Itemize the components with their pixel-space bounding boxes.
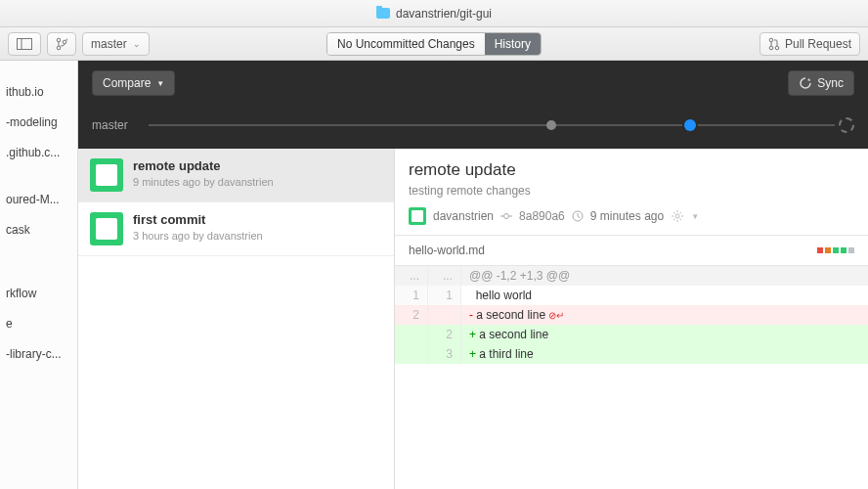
diff-file-header[interactable]: hello-world.md [395,236,868,266]
commit-meta: 9 minutes ago by davanstrien [133,176,274,188]
chevron-down-icon: ⌄ [133,39,141,49]
branch-selector[interactable]: master ⌄ [82,32,150,56]
commit-meta: 3 hours ago by davanstrien [133,230,263,242]
commit-item[interactable]: remote update 9 minutes ago by davanstri… [78,149,394,202]
timeline-endcap-icon [839,117,854,133]
commit-title: first commit [133,212,263,227]
tab-changes[interactable]: No Uncommitted Changes [327,33,485,55]
detail-description: testing remote changes [409,184,854,198]
commit-list: remote update 9 minutes ago by davanstri… [78,149,395,489]
folder-icon [376,8,390,19]
diff-line: 3a third line [395,344,868,364]
detail-sha: 8a890a6 [519,209,565,223]
sidebar-repo-item[interactable] [0,168,77,185]
sidebar-repo-item[interactable]: -library-c... [0,339,77,370]
detail-author: davanstrien [433,209,494,223]
compare-bar: Compare▼ Sync [78,61,868,106]
branch-name: master [91,37,127,51]
sidebar-repo-item[interactable] [0,370,77,386]
window-title: davanstrien/git-gui [396,7,492,21]
svg-point-2 [57,38,61,42]
sidebar-repo-item[interactable]: oured-M... [0,185,77,215]
sidebar-repo-item[interactable]: cask [0,215,77,245]
clock-icon [572,210,584,222]
commit-item[interactable]: first commit 3 hours ago by davanstrien [78,202,394,256]
avatar [90,212,123,245]
diff-filename: hello-world.md [409,244,485,257]
pull-request-label: Pull Request [785,37,851,51]
svg-point-3 [57,46,61,50]
tab-history[interactable]: History [485,33,541,55]
sidebar-repo-item[interactable] [0,262,77,279]
sidebar-repo-item[interactable] [0,61,77,77]
toolbar: + master ⌄ No Uncommitted Changes Histor… [0,27,868,61]
chevron-down-icon: ▼ [691,212,699,221]
sidebar-repo-item[interactable]: .github.c... [0,138,77,168]
commit-title: remote update [133,158,274,173]
timeline-head-dot[interactable] [684,119,696,131]
history-timeline[interactable]: master [78,106,868,149]
timeline-track [149,124,835,126]
sidebar-repo-item[interactable]: rkflow [0,279,77,309]
svg-point-7 [769,46,773,50]
avatar [409,207,426,225]
pull-request-button[interactable]: Pull Request [760,32,860,56]
sidebar-repo-item[interactable]: -modeling [0,108,77,138]
commit-detail: remote update testing remote changes dav… [395,149,868,489]
sidebar-repo-item[interactable] [0,245,77,262]
svg-point-9 [504,214,509,219]
diff-stat-icon [817,247,854,253]
detail-title: remote update [409,160,854,180]
compare-button[interactable]: Compare▼ [92,70,175,96]
triangle-down-icon: ▼ [156,79,164,88]
svg-text:+: + [65,37,67,42]
commit-icon [500,210,512,222]
svg-point-13 [675,214,679,218]
sync-icon [799,76,812,90]
gear-icon[interactable] [671,209,684,223]
timeline-branch-label: master [92,118,145,132]
timeline-commit-dot[interactable] [546,120,556,130]
view-segmented-control: No Uncommitted Changes History [326,32,542,56]
svg-rect-0 [18,38,32,49]
diff-line: 2a second line [395,325,868,344]
diff-hunk-header: ...... @@ -1,2 +1,3 @@ [395,266,868,286]
repo-sidebar: ithub.io-modeling.github.c...oured-M...c… [0,61,78,489]
sidebar-repo-item[interactable]: ithub.io [0,77,77,108]
create-branch-button[interactable]: + [47,32,76,56]
diff-view: ...... @@ -1,2 +1,3 @@ 11hello world2a s… [395,266,868,364]
sync-button[interactable]: Sync [788,70,854,96]
sidebar-toggle-button[interactable] [8,32,41,56]
diff-line: 2a second line ⊘↵ [395,305,868,325]
svg-point-6 [769,38,773,42]
window-titlebar: davanstrien/git-gui [0,0,868,27]
avatar [90,158,123,192]
diff-line: 11hello world [395,286,868,305]
sidebar-repo-item[interactable]: e [0,309,77,339]
no-newline-icon: ⊘↵ [548,310,564,321]
detail-time: 9 minutes ago [590,209,664,223]
svg-point-8 [775,46,779,50]
